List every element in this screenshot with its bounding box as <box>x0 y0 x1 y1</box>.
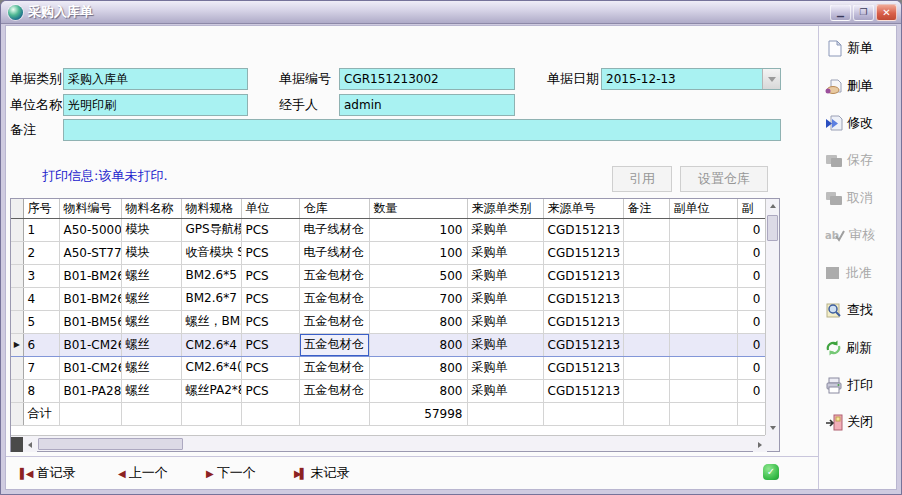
doc-date-field[interactable] <box>601 68 781 90</box>
grid-cell[interactable] <box>669 264 737 287</box>
grid-cell[interactable]: 800 <box>369 356 467 379</box>
grid-cell[interactable]: CGD151213 <box>543 356 623 379</box>
column-header[interactable]: 来源单号 <box>543 199 623 218</box>
table-row[interactable]: 3B01-BM2605螺丝BM2.6*5（镀PCS五金包材仓500采购单CGD1… <box>11 264 765 287</box>
table-row[interactable]: ▶6B01-CM2604螺丝CM2.6*4 BLPCS五金包材仓800采购单CG… <box>11 333 765 356</box>
grid-cell[interactable]: 1 <box>23 218 59 241</box>
grid-cell[interactable]: 采购单 <box>467 310 543 333</box>
column-header[interactable]: 单位 <box>241 199 299 218</box>
grid-cell[interactable] <box>669 379 737 402</box>
grid-cell[interactable]: B01-CM2604 <box>59 356 121 379</box>
grid-cell[interactable]: 螺丝 <box>121 379 181 402</box>
grid-cell[interactable]: 五金包材仓 <box>299 356 369 379</box>
grid-cell[interactable]: 800 <box>369 379 467 402</box>
prev-record-button[interactable]: ◀ 上一个 <box>118 464 168 482</box>
vertical-scroll-thumb[interactable] <box>767 215 778 241</box>
grid-cell[interactable]: 五金包材仓 <box>299 333 369 356</box>
table-row[interactable]: 2A50-ST7703模块收音模块 STPCS电子线材仓100采购单CGD151… <box>11 241 765 264</box>
grid-cell[interactable]: PCS <box>241 310 299 333</box>
grid-cell[interactable]: B01-BM5600 <box>59 310 121 333</box>
grid-cell[interactable]: 0 <box>737 379 765 402</box>
column-header[interactable]: 仓库 <box>299 199 369 218</box>
grid-cell[interactable]: 模块 <box>121 241 181 264</box>
grid-cell[interactable]: 采购单 <box>467 218 543 241</box>
grid-cell[interactable] <box>623 379 669 402</box>
column-header[interactable]: 物料名称 <box>121 199 181 218</box>
delete-doc-button[interactable]: 删单 <box>825 74 893 98</box>
grid-cell[interactable] <box>623 333 669 356</box>
grid-cell[interactable]: CGD151213 <box>543 264 623 287</box>
grid-cell[interactable]: 螺丝 <box>121 264 181 287</box>
approve-button[interactable]: 批准 <box>825 261 893 285</box>
grid-cell[interactable]: 螺丝，BM5* <box>181 310 241 333</box>
grid-cell[interactable]: 8 <box>23 379 59 402</box>
grid-cell[interactable]: B01-PA2800 <box>59 379 121 402</box>
grid-cell[interactable]: 0 <box>737 264 765 287</box>
grid-cell[interactable]: CGD151213 <box>543 379 623 402</box>
doc-number-field[interactable] <box>339 68 515 90</box>
grid-cell[interactable]: 0 <box>737 241 765 264</box>
grid-cell[interactable]: 0 <box>737 310 765 333</box>
grid-cell[interactable]: PCS <box>241 287 299 310</box>
grid-cell[interactable]: A50-500000 <box>59 218 121 241</box>
save-button[interactable]: 保存 <box>825 148 893 172</box>
grid-cell[interactable]: 收音模块 ST <box>181 241 241 264</box>
minimize-icon[interactable]: ▁ <box>830 4 851 21</box>
grid-cell[interactable]: 7 <box>23 356 59 379</box>
handler-field[interactable] <box>339 94 515 116</box>
column-header[interactable]: 来源单类别 <box>467 199 543 218</box>
column-header[interactable]: 备注 <box>623 199 669 218</box>
next-record-button[interactable]: ▶ 下一个 <box>206 464 256 482</box>
table-row[interactable]: 4B01-BM2607螺丝BM2.6*7（镀PCS五金包材仓700采购单CGD1… <box>11 287 765 310</box>
grid-cell[interactable]: B01-BM2607 <box>59 287 121 310</box>
chevron-down-icon[interactable] <box>762 69 780 89</box>
grid-cell[interactable]: 采购单 <box>467 379 543 402</box>
grid-cell[interactable] <box>623 241 669 264</box>
grid-cell[interactable] <box>669 356 737 379</box>
grid-cell[interactable]: 6 <box>23 333 59 356</box>
grid-cell[interactable] <box>623 264 669 287</box>
grid-cell[interactable] <box>623 287 669 310</box>
title-bar[interactable]: 采购入库单 ▁ ❐ ✕ <box>1 1 901 24</box>
reference-button[interactable]: 引用 <box>612 166 672 192</box>
grid-cell[interactable]: 700 <box>369 287 467 310</box>
grid-cell[interactable]: 0 <box>737 287 765 310</box>
grid-cell[interactable]: 采购单 <box>467 264 543 287</box>
remarks-field[interactable] <box>63 119 781 141</box>
scroll-down-icon[interactable] <box>766 421 779 435</box>
grid-cell[interactable]: 采购单 <box>467 241 543 264</box>
grid-cell[interactable]: PCS <box>241 264 299 287</box>
grid-cell[interactable]: 电子线材仓 <box>299 218 369 241</box>
grid-cell[interactable]: 螺丝 <box>121 310 181 333</box>
grid-cell[interactable]: CGD151213 <box>543 218 623 241</box>
unit-name-field[interactable] <box>63 94 248 116</box>
grid-cell[interactable]: 采购单 <box>467 287 543 310</box>
table-row[interactable]: 8B01-PA2800螺丝螺丝PA2*8,BPCS五金包材仓800采购单CGD1… <box>11 379 765 402</box>
grid-cell[interactable] <box>669 287 737 310</box>
last-record-button[interactable]: ▶▌ 末记录 <box>294 464 349 482</box>
doc-type-field[interactable] <box>63 68 248 90</box>
close-form-button[interactable]: 关闭 <box>825 410 893 434</box>
doc-date-combo[interactable] <box>601 68 781 90</box>
column-header[interactable]: 副单位 <box>669 199 737 218</box>
grid-cell[interactable]: 800 <box>369 310 467 333</box>
grid-cell[interactable]: PCS <box>241 356 299 379</box>
grid-cell[interactable]: BM2.6*5（镀 <box>181 264 241 287</box>
table-row[interactable]: 5B01-BM5600螺丝螺丝，BM5*PCS五金包材仓800采购单CGD151… <box>11 310 765 333</box>
print-button[interactable]: 打印 <box>825 373 893 397</box>
cancel-button[interactable]: 取消 <box>825 186 893 210</box>
audit-button[interactable]: ab 审核 <box>825 223 893 247</box>
grid-cell[interactable]: 五金包材仓 <box>299 310 369 333</box>
grid-cell[interactable]: CGD151213 <box>543 287 623 310</box>
grid-cell[interactable] <box>669 218 737 241</box>
grid-cell[interactable]: 螺丝PA2*8,B <box>181 379 241 402</box>
column-header[interactable]: 序号 <box>23 199 59 218</box>
grid-cell[interactable] <box>623 218 669 241</box>
grid-cell[interactable]: PCS <box>241 241 299 264</box>
grid-cell[interactable] <box>623 356 669 379</box>
grid-cell[interactable]: 采购单 <box>467 356 543 379</box>
set-warehouse-button[interactable]: 设置仓库 <box>680 166 768 192</box>
green-shield-icon[interactable]: ✓ <box>763 464 779 480</box>
grid-cell[interactable]: B01-CM2604 <box>59 333 121 356</box>
modify-button[interactable]: 修改 <box>825 111 893 135</box>
